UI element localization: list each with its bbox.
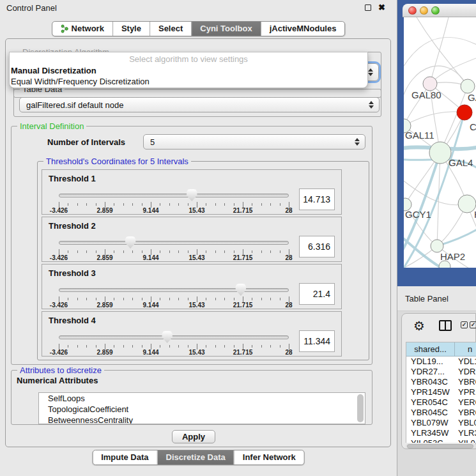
table-data-group: Table Data galFiltered.sif default node [13,89,381,117]
tab-discretize-data[interactable]: Discretize Data [157,450,234,464]
tick-mark [206,203,206,206]
popup-option[interactable]: Manual Discretization [10,65,367,76]
mac-minimize-icon[interactable] [420,6,428,15]
combo-stepper-icon[interactable] [369,101,374,109]
tab-impute-data[interactable]: Impute Data [93,450,157,464]
network-window-titlebar[interactable] [403,4,476,17]
tick-mark [188,203,188,206]
column-header[interactable]: n [455,342,476,356]
table-row[interactable]: YPR145WYPR1 [406,387,476,397]
slider-tick-labels: -3.4262.8599.14415.4321.71528 [59,207,289,214]
tick-mark [160,298,160,300]
table-cell: YDL1 [455,357,476,367]
table-cell: YBR0 [455,377,476,387]
attributes-list[interactable]: SelfLoopsTopologicalCoefficientBetweenne… [38,392,365,424]
table-row[interactable]: YIL053CYIL0 [406,438,476,443]
network-node-gal4[interactable] [429,142,451,164]
mac-zoom-icon[interactable] [431,6,440,15]
interval-definition-group: Interval Definition Number of Intervals … [11,126,372,365]
network-nodes[interactable] [404,77,476,268]
attribute-list-item[interactable]: SelfLoops [39,393,365,404]
tab-jactivemnodules[interactable]: jActiveMNodules [261,22,345,36]
tick-mark [123,298,124,300]
table-hscrollbar-track[interactable] [406,444,476,449]
slider-track[interactable] [59,194,289,197]
table-cell: YDR2 [455,367,476,377]
tick-mark [68,250,68,253]
slider-thumb-icon[interactable] [162,331,173,343]
threshold-value-field[interactable]: 21.4 [299,283,335,305]
tick-mark [280,345,280,348]
tick-mark [261,298,262,300]
tick-mark [261,345,262,348]
slider-track[interactable] [59,335,289,339]
table-row[interactable]: YDR27...YDR2 [406,367,476,377]
tick-mark [169,298,170,300]
table-cell: YIL0 [455,438,476,443]
combo-stepper-icon[interactable] [368,68,373,76]
tick-label: 9.144 [142,207,158,214]
table-cell: YPR1 [455,387,476,397]
popup-option[interactable]: Equal Width/Frequency Discretization [10,76,367,87]
threshold-slider[interactable]: -3.4262.8599.14415.4321.71528 [59,265,289,310]
attribute-list-item[interactable]: BetweennessCentrality [39,415,365,424]
tick-mark [114,203,114,206]
column-header[interactable]: shared... [406,342,455,356]
table-row[interactable]: YBR043CYBR0 [406,377,476,387]
panel-scrollbar-track[interactable] [379,119,389,444]
network-node-h[interactable] [458,195,476,213]
tab-cyni-toolbox[interactable]: Cyni Toolbox [191,22,260,36]
tick-label: 2.859 [96,254,112,261]
combo-stepper-icon[interactable] [355,138,360,146]
checkbox-icon[interactable]: ✓ [461,321,468,328]
slider-thumb-icon[interactable] [125,236,136,249]
table-data-combo[interactable]: galFiltered.sif default node [19,97,380,112]
tick-mark [169,203,170,206]
slider-thumb-icon[interactable] [235,284,246,296]
gear-icon[interactable]: ⚙ [413,318,425,334]
apply-button[interactable]: Apply [172,430,215,443]
tab-infer-network[interactable]: Infer Network [234,450,304,464]
list-scrollbar[interactable] [357,394,364,422]
tick-mark [280,250,280,253]
table-row[interactable]: YBL079WYBL0 [406,418,476,428]
slider-track[interactable] [59,288,289,292]
tab-style[interactable]: Style [112,22,150,36]
network-node-gal80[interactable] [423,77,437,91]
table-row[interactable]: YBR045CYBR0 [406,408,476,418]
split-view-icon[interactable] [439,320,452,331]
num-intervals-combo[interactable]: 5 [143,134,365,150]
threshold-slider[interactable]: -3.4262.8599.14415.4321.71528 [59,170,289,215]
float-window-icon[interactable] [365,4,371,11]
network-node-ga[interactable] [461,79,475,93]
tick-mark [261,250,262,253]
tick-label: 9.144 [142,302,158,309]
node-attribute-table[interactable]: shared... n YDL19...YDL1YDR27...YDR2YBR0… [406,342,476,443]
tick-label: 9.144 [142,349,158,356]
checkbox-icon[interactable]: ✓ [470,321,476,328]
tick-mark [86,250,87,253]
threshold-panel: Threshold 3 -3.4262.8599.14415.4321.7152… [42,264,342,309]
network-canvas[interactable]: GAL80GACGAL11GAL4GCY1HHAP2 [404,17,476,268]
close-icon[interactable]: ✖ [378,3,385,12]
tab-network[interactable]: Network [52,22,112,36]
threshold-slider[interactable]: -3.4262.8599.14415.4321.71528 [59,217,289,263]
threshold-value-field[interactable]: 11.344 [299,330,335,352]
threshold-value-field[interactable]: 6.316 [299,236,335,257]
table-hscrollbar-thumb[interactable] [407,444,473,449]
tick-mark [96,345,96,348]
slider-track[interactable] [59,241,289,245]
attribute-list-item[interactable]: TopologicalCoefficient [39,404,365,415]
table-row[interactable]: YDL19...YDL1 [406,357,476,367]
mac-close-icon[interactable] [408,6,417,15]
threshold-slider[interactable]: -3.4262.8599.14415.4321.71528 [59,312,289,357]
slider-thumb-icon[interactable] [187,189,197,201]
table-row[interactable]: YER054CYER0 [406,397,476,408]
tick-mark [123,250,124,253]
network-node-c[interactable] [457,105,472,120]
table-row[interactable]: YLR345WYLR3 [406,428,476,438]
threshold-value-field[interactable]: 14.713 [299,188,335,210]
network-node-hap2[interactable] [431,240,443,252]
table-cell: YLR345W [406,428,455,438]
tab-select[interactable]: Select [150,22,191,36]
